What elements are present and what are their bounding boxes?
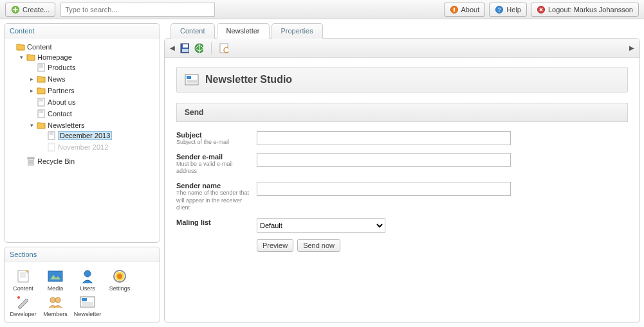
sender-email-input[interactable] [257, 153, 511, 167]
section-label: Newsletter [71, 311, 104, 317]
page-icon [37, 109, 46, 118]
newsletter-icon [71, 294, 104, 310]
logout-button[interactable]: Logout: Markus Johansson [531, 3, 639, 17]
sender-name-hint: The name of the sender that will appear … [176, 190, 250, 212]
studio-header: Newsletter Studio [176, 67, 628, 93]
about-button[interactable]: About [444, 3, 486, 17]
top-toolbar: Create... About ? Help Logout: Markus Jo… [0, 0, 644, 19]
svg-point-40 [55, 297, 60, 303]
page-icon [37, 98, 46, 107]
sections-panel: Sections Content Media Users Settings [4, 247, 160, 323]
tree-homepage[interactable]: ▾ Homepage [19, 53, 157, 62]
section-settings[interactable]: Settings [104, 269, 136, 292]
subject-input[interactable] [257, 131, 511, 145]
tree-nov2012[interactable]: November 2012 [39, 143, 157, 152]
tree-newsletters[interactable]: ▾ Newsletters [29, 121, 157, 130]
svg-rect-48 [182, 49, 189, 52]
svg-text:?: ? [498, 6, 501, 13]
tab-newsletter[interactable]: Newsletter [217, 23, 270, 39]
newsletter-icon [185, 74, 199, 85]
sender-name-label: Sender name [176, 182, 250, 190]
svg-point-37 [117, 274, 122, 279]
editor-tabs: Content Newsletter Properties [164, 23, 640, 39]
tree-contact[interactable]: Contact [29, 109, 157, 118]
settings-icon [104, 269, 136, 284]
collapse-icon[interactable]: ▾ [29, 123, 35, 128]
svg-point-39 [50, 297, 55, 303]
tree-label: December 2013 [58, 131, 112, 140]
folder-icon [37, 75, 46, 84]
tab-content[interactable]: Content [170, 23, 215, 39]
page-icon [37, 63, 46, 72]
logout-icon [537, 5, 546, 14]
svg-point-38 [17, 296, 20, 299]
search-input[interactable] [60, 3, 215, 17]
section-newsletter[interactable]: Newsletter [71, 294, 104, 317]
studio-title: Newsletter Studio [205, 74, 292, 85]
tree-dec2013[interactable]: December 2013 [39, 131, 157, 140]
tree-root[interactable]: Content [8, 42, 157, 51]
sender-email-hint: Must be a valid e-mail address [176, 161, 250, 175]
section-label: Members [39, 311, 71, 317]
expand-icon[interactable]: ▸ [29, 76, 35, 82]
tree-label: Contact [48, 110, 72, 118]
svg-rect-28 [18, 270, 28, 282]
folder-icon [26, 53, 35, 62]
section-content[interactable]: Content [7, 269, 39, 292]
scroll-right-icon[interactable]: ▶ [629, 44, 634, 51]
about-label: About [461, 6, 480, 13]
tree-products[interactable]: Products [29, 63, 157, 72]
section-send-header: Send [176, 103, 628, 122]
tree-label: Newsletters [48, 121, 84, 129]
plus-icon [11, 5, 20, 14]
tree-label: November 2012 [58, 143, 108, 151]
media-icon [39, 269, 71, 284]
help-icon: ? [495, 5, 504, 14]
svg-rect-42 [82, 298, 87, 301]
tree-partners[interactable]: ▸ Partners [29, 86, 157, 95]
content-icon [7, 269, 39, 284]
tree-news[interactable]: ▸ News [29, 75, 157, 84]
svg-rect-4 [454, 8, 455, 12]
editor-toolbar: ◀ ▶ [165, 39, 639, 58]
preview-button[interactable]: Preview [257, 239, 293, 252]
section-label: Media [39, 285, 71, 292]
collapse-icon[interactable]: ▾ [19, 55, 24, 60]
preview-icon[interactable] [219, 44, 228, 53]
tree-label: Homepage [37, 53, 72, 61]
svg-point-52 [224, 48, 228, 53]
svg-rect-47 [183, 44, 188, 48]
tree-about[interactable]: About us [29, 98, 157, 107]
section-label: Content [7, 285, 39, 292]
mailing-list-select[interactable]: Default [257, 218, 385, 233]
tree-label: News [48, 75, 66, 83]
tree-recycle-bin[interactable]: Recycle Bin [19, 157, 157, 166]
expand-icon[interactable]: ▸ [29, 88, 35, 94]
sender-name-input[interactable] [257, 182, 511, 196]
tree-label: Content [27, 43, 52, 51]
section-media[interactable]: Media [39, 269, 71, 292]
help-button[interactable]: ? Help [489, 3, 527, 17]
section-label: Users [71, 285, 104, 292]
publish-icon[interactable] [194, 44, 203, 53]
content-tree: Content ▾ Homepage [5, 39, 160, 173]
page-icon [47, 131, 56, 140]
create-button[interactable]: Create... [5, 3, 55, 17]
send-now-button[interactable]: Send now [297, 239, 340, 252]
section-developer[interactable]: Developer [7, 294, 39, 317]
section-members[interactable]: Members [39, 294, 71, 317]
subject-hint: Subject of the e-mail [176, 139, 250, 146]
mailing-list-label: Maling list [176, 218, 250, 226]
save-icon[interactable] [180, 44, 189, 53]
trash-icon [26, 157, 35, 166]
developer-icon [7, 294, 39, 310]
scroll-left-icon[interactable]: ◀ [170, 44, 175, 51]
tree-label: About us [48, 98, 75, 106]
section-label: Settings [104, 285, 136, 292]
create-label: Create... [23, 6, 50, 13]
users-icon [71, 269, 104, 284]
section-users[interactable]: Users [71, 269, 104, 292]
tab-properties[interactable]: Properties [271, 23, 323, 39]
tree-label: Partners [48, 87, 75, 94]
folder-icon [37, 86, 46, 95]
